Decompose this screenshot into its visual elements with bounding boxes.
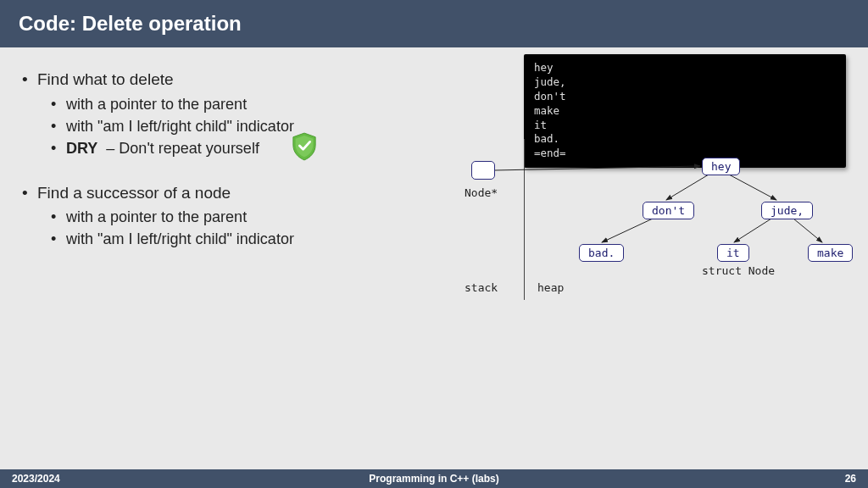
shield-check-icon <box>292 132 317 161</box>
term-line: make <box>534 104 836 119</box>
svg-line-1 <box>666 175 709 200</box>
term-line: jude, <box>534 75 836 90</box>
tree-node-dont: don't <box>643 202 694 219</box>
tree-node-hey: hey <box>702 158 740 175</box>
bullet-2a: with a pointer to the parent <box>66 206 294 228</box>
tree-edges <box>465 156 846 300</box>
svg-line-2 <box>729 175 776 200</box>
term-line: it <box>534 119 836 133</box>
slide-title: Code: Delete operation <box>19 12 242 36</box>
tree-node-jude: jude, <box>761 202 813 219</box>
term-line: don't <box>534 90 836 104</box>
bullet-1c-rest: – Don't repeat yourself <box>106 137 259 159</box>
slide-body: Find what to delete with a pointer to th… <box>0 47 868 469</box>
term-line: hey <box>534 61 836 75</box>
bullet-1: Find what to delete <box>37 70 174 88</box>
svg-line-3 <box>602 219 653 242</box>
term-line: bad. <box>534 132 836 147</box>
bullet-1c-strong: DRY <box>66 137 97 159</box>
tree-diagram: Node* stack heap struct Node hey don't j… <box>465 156 846 300</box>
tree-node-it: it <box>717 244 749 262</box>
tree-node-make: make <box>808 244 853 262</box>
svg-line-5 <box>793 219 822 242</box>
footer-course: Programming in C++ (labs) <box>0 473 868 485</box>
bullet-1a: with a pointer to the parent <box>66 93 294 115</box>
bullet-2: Find a successor of a node <box>37 184 231 202</box>
bullet-1c: DRY – Don't repeat yourself <box>66 137 294 159</box>
terminal-output: hey jude, don't make it bad. =end= <box>524 54 846 168</box>
bullet-1b: with "am I left/right child" indicator <box>66 115 294 137</box>
svg-line-4 <box>734 219 771 242</box>
slide-title-bar: Code: Delete operation <box>0 0 868 47</box>
bullet-list: Find what to delete with a pointer to th… <box>37 68 294 263</box>
bullet-2b: with "am I left/right child" indicator <box>66 228 294 250</box>
svg-line-0 <box>495 166 700 170</box>
tree-node-bad: bad. <box>579 244 624 262</box>
slide-footer: 2023/2024 Programming in C++ (labs) 26 <box>0 469 868 488</box>
